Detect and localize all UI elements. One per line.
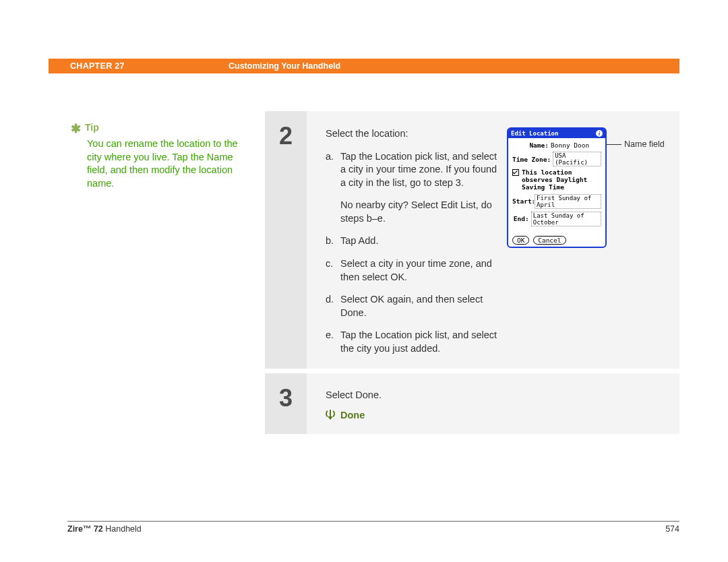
edit-location-dialog: Edit Location i Name: Bonny Doon Time Zo… <box>507 127 607 248</box>
substep-marker: a. <box>326 150 340 190</box>
cancel-button[interactable]: Cancel <box>533 236 566 245</box>
tip-label: Tip <box>85 122 99 133</box>
substep-c-text: Select a city in your time zone, and the… <box>340 257 497 284</box>
step-2-intro: Select the location: <box>326 127 497 141</box>
info-icon[interactable]: i <box>596 130 603 137</box>
start-picklist[interactable]: First Sunday of April <box>535 194 601 209</box>
timezone-label: Time Zone: <box>512 156 551 163</box>
substep-nocity-text: No nearby city? Select Edit List, do ste… <box>340 199 497 225</box>
end-label: End: <box>512 215 529 222</box>
substep-marker: e. <box>326 329 340 355</box>
step-3-text: Select Done. <box>326 389 661 400</box>
timezone-picklist[interactable]: USA (Pacific) <box>553 152 601 166</box>
chapter-header: CHAPTER 27 Customizing Your Handheld <box>49 59 679 73</box>
done-arrow-icon <box>326 410 335 420</box>
chapter-label: CHAPTER 27 <box>70 61 229 71</box>
done-line: Done <box>326 410 661 420</box>
step-3-row: 3 Select Done. Done <box>265 373 679 434</box>
page-number: 574 <box>665 524 679 534</box>
callout-label: Name field <box>624 139 665 149</box>
asterisk-icon: ✱ <box>71 121 81 136</box>
name-field[interactable]: Bonny Doon <box>551 142 589 149</box>
substep-d-text: Select OK again, and then select Done. <box>340 293 497 319</box>
step-content: Select Done. Done <box>307 373 679 434</box>
name-label: Name: <box>512 142 549 149</box>
dialog-title: Edit Location <box>511 130 558 137</box>
step-number: 3 <box>279 384 293 412</box>
chapter-title: Customizing Your Handheld <box>229 61 340 71</box>
ok-button[interactable]: OK <box>512 236 529 245</box>
step-content: Select the location: a. Tap the Location… <box>307 111 679 369</box>
page-footer: Zire™ 72 Handheld 574 <box>67 521 679 534</box>
steps-column: 2 Select the location: a. Tap the Locati… <box>265 111 679 439</box>
substep-b-text: Tap Add. <box>340 235 497 248</box>
tip-block: ✱ Tip You can rename the location to the… <box>71 120 239 190</box>
end-picklist[interactable]: Last Sunday of October <box>531 212 601 226</box>
step-number-box: 2 <box>265 111 307 369</box>
done-label: Done <box>340 410 365 420</box>
substep-marker: b. <box>326 235 340 248</box>
step-number: 2 <box>279 122 293 150</box>
dialog-illustration: Edit Location i Name: Bonny Doon Time Zo… <box>497 127 661 249</box>
dst-checkbox[interactable] <box>512 169 519 176</box>
substep-e-text: Tap the Location pick list, and select t… <box>340 329 497 355</box>
dst-label: This location observes Daylight Saving T… <box>522 169 601 191</box>
substep-a-text: Tap the Location pick list, and select a… <box>340 150 497 190</box>
substep-marker: d. <box>326 293 340 319</box>
step-number-box: 3 <box>265 373 307 434</box>
callout-line <box>607 144 621 145</box>
substep-marker: c. <box>326 257 340 284</box>
start-label: Start: <box>512 197 533 205</box>
step-2-row: 2 Select the location: a. Tap the Locati… <box>265 111 679 369</box>
product-name: Zire™ 72 Handheld <box>67 524 142 534</box>
tip-text: You can rename the location to the city … <box>71 137 239 190</box>
